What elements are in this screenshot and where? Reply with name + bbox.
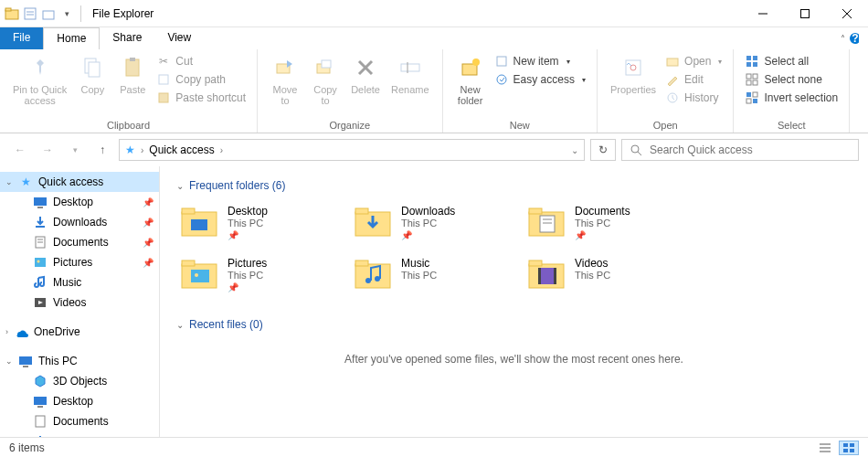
nav-quickaccess[interactable]: ⌄★Quick access [0,172,159,192]
svg-rect-37 [746,74,751,79]
pasteshortcut-button[interactable]: Paste shortcut [156,90,246,106]
svg-rect-40 [753,80,757,85]
close-button[interactable] [826,0,868,27]
folder-pictures[interactable]: PicturesThis PC📌 [176,253,350,296]
ribbon-group-open: Properties Open▾ Edit History Open [598,49,735,133]
tab-home[interactable]: Home [43,27,100,49]
folder-videos[interactable]: VideosThis PC [524,253,697,296]
folder-documents[interactable]: DocumentsThis PC📌 [524,201,697,244]
delete-button[interactable]: Delete [345,51,386,118]
downloads-icon [33,215,48,229]
recent-dropdown[interactable]: ▾ [64,139,86,161]
rename-icon [396,53,425,82]
help-icon[interactable]: ? [849,32,859,45]
search-icon [630,143,642,156]
copypath-button[interactable]: Copy path [156,71,246,88]
copyto-button[interactable]: Copy to [305,51,345,118]
tab-file[interactable]: File [0,27,43,49]
svg-rect-67 [355,208,368,214]
pin-icon: 📌 [228,230,268,240]
section-frequent[interactable]: ⌄Frequent folders (6) [176,179,852,192]
nav-downloads[interactable]: Downloads📌 [0,212,159,232]
folder-music[interactable]: MusicThis PC [350,253,524,296]
nav-desktop2[interactable]: Desktop [0,391,159,411]
search-input[interactable] [650,143,851,156]
svg-rect-85 [554,268,556,284]
pin-quickaccess-button[interactable]: Pin to Quick access [7,51,72,118]
tab-share[interactable]: Share [100,27,154,49]
details-view-button[interactable] [815,441,835,455]
nav-pictures[interactable]: Pictures📌 [0,252,159,272]
edit-button[interactable]: Edit [665,71,722,88]
up-button[interactable]: ↑ [91,139,113,161]
copy-button[interactable]: Copy [72,51,112,118]
tab-view[interactable]: View [154,27,204,49]
svg-rect-20 [322,60,331,68]
nav-desktop[interactable]: Desktop📌 [0,192,159,212]
qat-props-icon[interactable] [22,5,38,22]
properties-button[interactable]: Properties [605,51,662,118]
rename-button[interactable]: Rename [386,51,435,118]
nav-music[interactable]: Music [0,272,159,292]
easyaccess-button[interactable]: Easy access▾ [494,71,586,88]
selectnone-button[interactable]: Select none [745,71,838,88]
refresh-button[interactable]: ↻ [590,139,616,161]
icons-view-button[interactable] [839,441,859,455]
qat-newfolder-icon[interactable] [40,5,57,22]
invertselection-button[interactable]: Invert selection [745,90,838,106]
search-box[interactable] [621,139,859,161]
forward-button[interactable]: → [37,139,58,161]
svg-rect-75 [191,270,209,282]
moveto-button[interactable]: Move to [265,51,305,118]
newfolder-button[interactable]: New folder [450,51,491,118]
explorer-icon [4,5,20,22]
breadcrumb[interactable]: Quick access [149,143,214,156]
ribbon-collapse[interactable]: ˄ ? [841,27,868,49]
copy-icon [78,53,107,82]
empty-message: After you've opened some files, we'll sh… [176,353,852,366]
svg-rect-15 [130,58,135,61]
title-bar: ▾ File Explorer [0,0,868,27]
nav-downloads2[interactable]: Downloads [0,431,159,437]
address-dropdown-icon[interactable]: ⌄ [571,145,578,155]
nav-videos[interactable]: Videos [0,292,159,313]
newitem-button[interactable]: New item▾ [494,53,586,69]
nav-documents2[interactable]: Documents [0,411,159,431]
svg-point-28 [497,75,506,84]
content-pane[interactable]: ⌄Frequent folders (6) DesktopThis PC📌 Do… [160,166,868,437]
nav-documents[interactable]: Documents📌 [0,232,159,252]
svg-rect-70 [540,216,555,232]
frequent-folders: DesktopThis PC📌 DownloadsThis PC📌 Docume… [176,201,852,305]
onedrive-icon [14,324,28,339]
newfolder-icon [456,53,485,82]
address-input[interactable]: ★ › Quick access › ⌄ [119,139,585,161]
open-icon [665,54,680,69]
ribbon-group-select: Select all Select none Invert selection … [734,49,850,133]
back-button[interactable]: ← [9,139,31,161]
cut-button[interactable]: ✂Cut [156,53,246,69]
edit-icon [665,72,680,87]
svg-rect-42 [753,92,757,97]
minimize-button[interactable] [742,0,784,27]
navigation-pane[interactable]: ⌄★Quick access Desktop📌 Downloads📌 Docum… [0,166,160,437]
folder-icon [180,205,218,238]
folder-icon [354,205,392,238]
history-button[interactable]: History [665,90,722,106]
nav-thispc[interactable]: ⌄This PC [0,351,159,371]
open-button[interactable]: Open▾ [665,53,722,69]
svg-rect-38 [753,74,757,79]
folder-downloads[interactable]: DownloadsThis PC📌 [350,201,524,244]
nav-onedrive[interactable]: ›OneDrive [0,322,159,342]
qat-dropdown-icon[interactable]: ▾ [58,5,75,22]
separator [80,5,81,22]
section-recent[interactable]: ⌄Recent files (0) [176,318,852,331]
selectall-button[interactable]: Select all [745,53,838,69]
maximize-button[interactable] [784,0,826,27]
paste-button[interactable]: Paste [112,51,153,118]
group-label: New [450,118,589,133]
chevron-right-icon[interactable]: › [220,145,223,155]
nav-3dobjects[interactable]: 3D Objects [0,371,159,391]
folder-desktop[interactable]: DesktopThis PC📌 [176,201,350,244]
star-icon: ★ [18,175,33,189]
svg-rect-74 [182,260,195,266]
